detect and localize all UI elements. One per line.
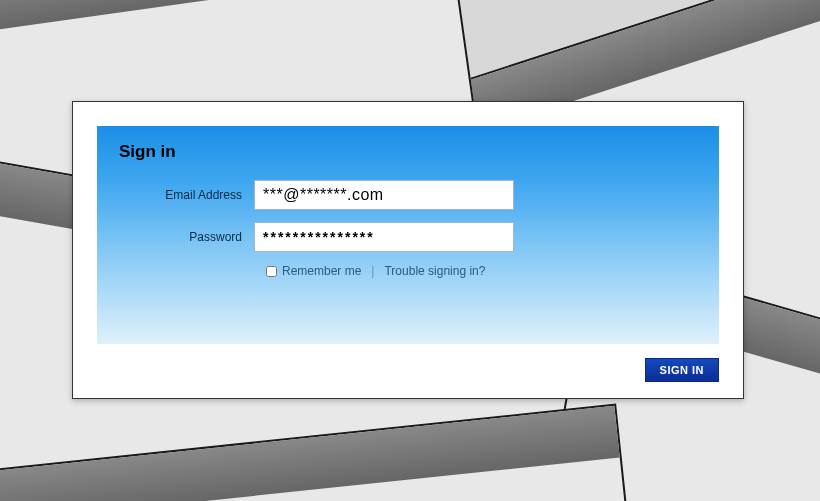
password-label: Password bbox=[119, 230, 254, 244]
password-field[interactable] bbox=[254, 222, 514, 252]
separator: | bbox=[371, 264, 374, 278]
options-row: Remember me | Trouble signing in? bbox=[266, 264, 697, 278]
panel-title: Sign in bbox=[119, 142, 697, 162]
background-card-header: Sign in bbox=[0, 0, 453, 65]
remember-me-checkbox[interactable] bbox=[266, 266, 277, 277]
modal-footer: SIGN IN bbox=[97, 358, 719, 382]
email-field[interactable] bbox=[254, 180, 514, 210]
signin-modal: Sign in Email Address Password Remember … bbox=[72, 101, 744, 399]
signin-button[interactable]: SIGN IN bbox=[645, 358, 719, 382]
trouble-signing-in-link[interactable]: Trouble signing in? bbox=[384, 264, 485, 278]
remember-me-label: Remember me bbox=[282, 264, 361, 278]
email-label: Email Address bbox=[119, 188, 254, 202]
email-row: Email Address bbox=[119, 180, 697, 210]
signin-panel: Sign in Email Address Password Remember … bbox=[97, 126, 719, 344]
password-row: Password bbox=[119, 222, 697, 252]
